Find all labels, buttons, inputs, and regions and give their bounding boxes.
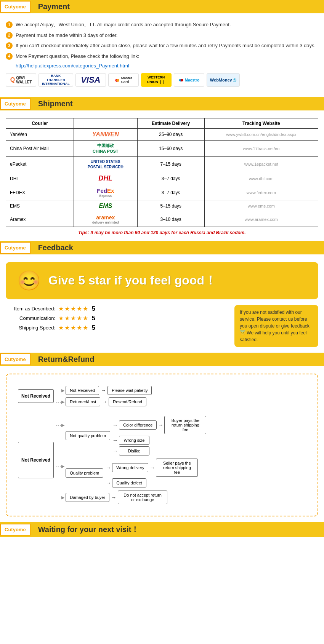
give-star-banner: 😊 Give 5 star if you feel good！ <box>6 262 318 299</box>
arrow-9: → <box>106 480 111 486</box>
brand-label-3: Cutyome <box>0 242 30 254</box>
payment-link[interactable]: http://help.aliexpress.com/categories_Pa… <box>16 63 318 69</box>
give-star-text: Give 5 star if you feel good！ <box>48 272 217 289</box>
waiting-title: Waiting for your next visit！ <box>30 522 324 537</box>
quality-problem-group: - - - ▶ Quality problem → Wrong delivery… <box>56 459 206 487</box>
quality-defect-box: Quality defect <box>112 478 146 487</box>
maestro-logo: ●● Maestro <box>174 73 204 87</box>
rating-label-1: Item as Described: <box>6 306 55 312</box>
western-union-logo: WESTERNUNION ❙❙ <box>141 73 172 87</box>
service-note: If you are not satisfied with our servic… <box>234 305 318 347</box>
carrier-logo-ems: EMS <box>74 200 138 212</box>
not-quality-box: Not quality problem <box>66 431 110 440</box>
color-diff-row: → Color difference → Buyer pays the retu… <box>112 416 206 434</box>
ratings-left: Item as Described: ★★★★★ 5 Communication… <box>6 305 227 334</box>
payment-header: Cutyome Payment <box>0 0 324 13</box>
stars-2: ★★★★★ <box>58 315 89 322</box>
stars-1: ★★★★★ <box>58 305 89 312</box>
feedback-content: 😊 Give 5 star if you feel good！ Item as … <box>0 258 324 351</box>
dashed-arrow-2: - - - ▶ <box>56 400 64 404</box>
payment-content: 1 We accept Alipay、West Union、TT. All ma… <box>0 17 324 95</box>
rating-label-3: Shipping Speed: <box>6 325 55 331</box>
tracking-url: www.1epacket.net <box>204 157 318 172</box>
visa-logo: VISA <box>75 73 106 87</box>
not-received-branches: - - - ▶ Not Received → Please wait patie… <box>56 386 152 406</box>
delivery-days: 3–10 days <box>137 212 204 227</box>
quality-branches: - - - ▶ Not quality problem → Color diff… <box>56 416 206 504</box>
table-row: ePacket UNITED STATESPOSTAL SERVICE® 7–1… <box>6 157 318 172</box>
dislike-row: → Dislike <box>112 446 206 455</box>
payment-num-4: 4 <box>6 53 13 60</box>
delivery-days: 7–15 days <box>137 157 204 172</box>
table-row: YanWen YANWEN 25–90 days www.yw56.com.cn… <box>6 129 318 141</box>
tracking-url: www.aramex.com <box>204 212 318 227</box>
payment-item-2: 2 Payment must be made within 3 days of … <box>6 32 318 39</box>
tracking-url: www.ems.com <box>204 200 318 212</box>
quality-defect-row: → Quality defect <box>106 478 198 487</box>
brand-label-4: Cutyome <box>0 353 30 365</box>
delivery-days: 25–90 days <box>137 129 204 141</box>
carrier-logo-fedex: FedEx Express <box>74 185 138 200</box>
delivery-days: 15–60 days <box>137 141 204 157</box>
wrong-size-box: Wrong size <box>119 436 149 445</box>
rating-label-2: Communication: <box>6 315 55 321</box>
carrier-logo-usps: UNITED STATESPOSTAL SERVICE® <box>74 157 138 172</box>
carrier-logo-dhl: DHL <box>74 172 138 185</box>
carrier-logo-yanwen: YANWEN <box>74 129 138 141</box>
color-diff-box: Color difference <box>119 420 157 430</box>
smiley-icon: 😊 <box>17 270 41 292</box>
shipment-content: Courier Estimate Delivery Tracking Websi… <box>0 114 324 239</box>
branch-returned: - - - ▶ Returned/Lost → Resend/Refund <box>56 397 152 406</box>
payment-item-3: 3 If you can't checkout immediately afte… <box>6 42 318 50</box>
rating-num-1: 5 <box>92 305 95 312</box>
tracking-url: www.yw56.com.cn/english/index.aspx <box>204 129 318 141</box>
waiting-header: Cutyome Waiting for your next visit！ <box>0 522 324 537</box>
shipment-tips: Tips: It may be more than 90 and 120 day… <box>6 230 318 235</box>
rating-row-3: Shipping Speed: ★★★★★ 5 <box>6 324 227 331</box>
delivery-days: 5–15 days <box>137 200 204 212</box>
delivery-days: 3–7 days <box>137 185 204 200</box>
brand-label: Cutyome <box>0 1 30 13</box>
damaged-group: - - - ▶ Damaged by buyer → Do not accept… <box>56 491 206 504</box>
col-courier-logo <box>74 118 138 129</box>
shipment-section: Cutyome Shipment Courier Estimate Delive… <box>0 97 324 239</box>
arrow-4: → <box>158 422 163 428</box>
payment-num-3: 3 <box>6 42 13 49</box>
rating-area: Item as Described: ★★★★★ 5 Communication… <box>6 305 318 347</box>
table-row: FEDEX FedEx Express 3–7 days www.fedex.c… <box>6 185 318 200</box>
refund-flow-diagram: Not Received - - - ▶ Not Received → Plea… <box>14 382 310 508</box>
arrow-3: → <box>112 422 118 428</box>
refund-header: Cutyome Return&Refund <box>0 353 324 366</box>
brand-label-2: Cutyome <box>0 98 30 110</box>
waiting-section: Cutyome Waiting for your next visit！ <box>0 522 324 537</box>
arrow-5: → <box>112 437 118 443</box>
arrow-1: → <box>101 387 106 393</box>
payment-num-1: 1 <box>6 21 13 28</box>
arrow-8: → <box>149 465 155 471</box>
carrier-name: EMS <box>6 200 74 212</box>
dashed-arrow-5: - - - ▶ <box>56 495 64 500</box>
refund-section: Cutyome Return&Refund Not Received - - -… <box>0 353 324 520</box>
damaged-box: Damaged by buyer <box>66 493 109 502</box>
returned-lost-box: Returned/Lost <box>66 397 100 406</box>
table-row: DHL DHL 3–7 days www.dhl.com <box>6 172 318 185</box>
wrong-delivery-box: Wrong delivery <box>112 463 148 472</box>
table-row: Aramex aramex delivery unlimited 3–10 da… <box>6 212 318 227</box>
refund-content: Not Received - - - ▶ Not Received → Plea… <box>0 370 324 520</box>
dashed-arrow-1: - - - ▶ <box>56 388 64 393</box>
carrier-name: YanWen <box>6 129 74 141</box>
not-received-main-2: Not Received <box>18 442 54 478</box>
arrow-2: → <box>102 399 107 405</box>
seller-pays-box: Seller pays the return shipping fee <box>156 459 198 477</box>
wrong-size-row: → Wrong size <box>112 436 206 445</box>
payment-logos: Q QIWIWALLET BANKTRANSFERINTERNATIONAL V… <box>6 73 318 87</box>
not-quality-group: - - - ▶ Not quality problem → Color diff… <box>56 416 206 455</box>
not-received-box: Not Received <box>66 386 99 395</box>
shipment-title: Shipment <box>30 97 324 110</box>
carrier-name: ePacket <box>6 157 74 172</box>
dislike-box: Dislike <box>119 446 149 455</box>
mastercard-logo: ●● MasterCard <box>108 73 139 87</box>
rating-num-2: 5 <box>92 315 95 322</box>
tracking-url: www.17track.net/en <box>204 141 318 157</box>
delivery-days: 3–7 days <box>137 172 204 185</box>
